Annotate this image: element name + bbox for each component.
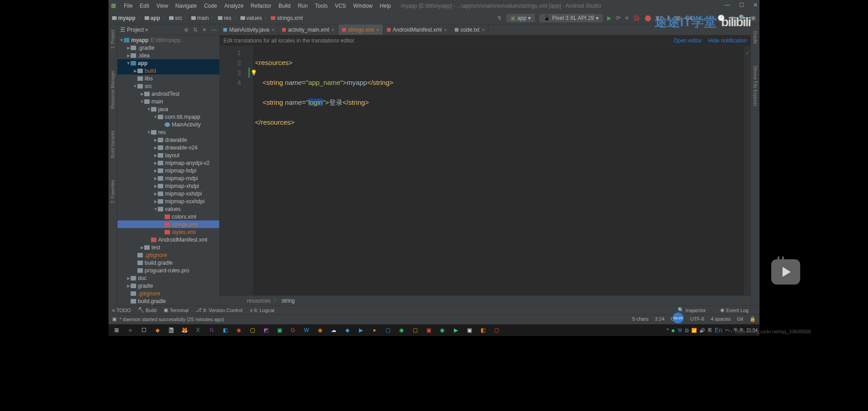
status-lock-icon[interactable]: 🔒 (750, 316, 756, 322)
tray-wifi-icon[interactable]: 📶 (691, 328, 697, 333)
app-icon[interactable]: 🦊 (178, 325, 191, 335)
tree-item[interactable]: ▼main (118, 98, 219, 105)
settings-icon[interactable]: ▣ (750, 14, 756, 21)
maximize-button[interactable]: ☐ (739, 2, 744, 8)
tree-item[interactable]: ▶layout (118, 151, 219, 159)
status-icon[interactable]: ▣ (112, 316, 117, 322)
tool-logcat[interactable]: ≡ 6: Logcat (250, 308, 274, 313)
menu-build[interactable]: Build (275, 3, 294, 9)
app-icon[interactable]: ▶ (354, 325, 367, 335)
stop-button[interactable]: ⬤ (645, 14, 651, 21)
close-tab-icon[interactable]: × (271, 27, 274, 33)
tree-item[interactable]: ▶build (118, 67, 219, 75)
debug-button[interactable]: ⟳ (616, 14, 621, 21)
tree-item[interactable]: ▶mipmap-hdpi (118, 167, 219, 174)
menu-help[interactable]: Help (376, 3, 395, 9)
tab-project[interactable]: 1: Project (110, 28, 115, 51)
tray-icon[interactable]: ◆ (671, 328, 675, 333)
menu-run[interactable]: Run (294, 3, 311, 9)
menu-code[interactable]: Code (200, 3, 221, 9)
app-icon[interactable]: ▢ (409, 325, 421, 335)
tab-build-variants[interactable]: Build Variants (110, 129, 115, 160)
app-icon[interactable]: ◆ (151, 325, 164, 335)
editor-tab[interactable]: MainActivity.java× (220, 24, 278, 35)
app-icon[interactable]: W (300, 325, 313, 335)
menu-window[interactable]: Window (349, 3, 376, 9)
menu-view[interactable]: View (153, 3, 172, 9)
locate-icon[interactable]: ⊕ (184, 27, 189, 33)
app-icon[interactable]: ◉ (314, 325, 326, 335)
app-icon[interactable]: ▣ (463, 325, 476, 335)
tree-item[interactable]: ▶test (118, 243, 219, 251)
tool-inspector[interactable]: 🔍 Inspector (678, 307, 706, 313)
app-icon[interactable]: ▣ (422, 325, 435, 335)
device-selector[interactable]: 📱Pixel 3 XL API 29 ▾ (539, 14, 602, 22)
menu-navigate[interactable]: Navigate (172, 3, 200, 9)
tree-item[interactable]: ▼java (118, 105, 219, 113)
editor-tab[interactable]: activity_main.xml× (278, 24, 339, 35)
tree-item[interactable]: styles.xml (118, 228, 219, 236)
tree-item[interactable]: AndroidManifest.xml (118, 236, 219, 243)
open-editor-link[interactable]: Open editor (674, 37, 702, 44)
close-tab-icon[interactable]: × (444, 27, 447, 33)
tree-item[interactable]: ▶.gradle (118, 44, 219, 51)
app-icon[interactable]: ☁ (327, 325, 340, 335)
tool-eventlog[interactable]: ◉ Event Log (720, 307, 749, 313)
tool-todo[interactable]: ≡ TODO (112, 308, 131, 313)
tree-item[interactable]: ▶androidTest (118, 90, 219, 98)
tree-item[interactable]: ▶mipmap-xxhdpi (118, 190, 219, 197)
project-tree[interactable]: ▼ myapp E:\ttit\myapp ▶.gradle▶.idea▼app… (118, 35, 219, 305)
app-icon[interactable]: 📓 (165, 325, 177, 335)
tray-ime-indicator[interactable]: En (715, 327, 722, 334)
tab-device-explorer[interactable]: Device File Explorer (753, 64, 758, 108)
minimize-button[interactable]: — (725, 2, 730, 8)
tree-item[interactable]: ▶mipmap-mdpi (118, 174, 219, 182)
tree-item[interactable]: MainActivity (118, 121, 219, 128)
tray-volume-icon[interactable]: 🔊 (699, 328, 705, 333)
start-button[interactable]: ⊞ (110, 325, 123, 335)
app-icon[interactable]: ▢ (246, 325, 259, 335)
tab-favorites[interactable]: 2: Favorites (110, 178, 115, 205)
app-icon[interactable]: ● (368, 325, 381, 335)
video-play-button[interactable] (771, 259, 800, 285)
close-tab-icon[interactable]: × (376, 27, 379, 33)
breadcrumb[interactable]: myapp〉 app〉 src〉 main〉 res〉 values〉 stri… (112, 14, 303, 22)
tree-item[interactable]: ▶gradle (118, 282, 219, 290)
app-icon[interactable]: G (287, 325, 299, 335)
tray-icon[interactable]: W (678, 328, 682, 333)
tray-ime[interactable]: 英 (708, 327, 712, 333)
tab-gradle[interactable]: Gradle (753, 29, 758, 46)
tree-item[interactable]: ▶drawable-v24 (118, 144, 219, 151)
app-icon[interactable]: ◉ (436, 325, 448, 335)
status-git[interactable]: Git (737, 316, 743, 322)
taskview-icon[interactable]: ☐ (137, 325, 150, 335)
close-tab-icon[interactable]: × (482, 27, 485, 33)
tree-item[interactable]: .gitignore (118, 251, 219, 259)
tool-terminal[interactable]: ▣ Terminal (164, 307, 189, 313)
tool-build[interactable]: 🔨 Build (138, 307, 156, 313)
sync-icon[interactable]: ↯ (497, 14, 502, 21)
tree-item[interactable]: gradle.properties (118, 305, 219, 305)
settings-icon[interactable]: ✶ (202, 27, 207, 33)
close-button[interactable]: ✕ (753, 2, 758, 8)
app-icon[interactable]: ▣ (273, 325, 286, 335)
app-icon[interactable]: ▶ (449, 325, 462, 335)
tree-item[interactable]: libs (118, 75, 219, 82)
bulb-icon[interactable]: 💡 (250, 68, 257, 78)
tree-item[interactable]: .gitignore (118, 290, 219, 297)
tree-item[interactable]: ▶mipmap-xhdpi (118, 182, 219, 190)
status-indent[interactable]: 4 spaces (711, 316, 731, 322)
menu-vcs[interactable]: VCS (331, 3, 350, 9)
tree-item[interactable]: ▶mipmap-xxxhdpi (118, 197, 219, 205)
app-icon[interactable]: X (192, 325, 204, 335)
expand-icon[interactable]: ⇅ (193, 27, 198, 33)
hide-notification-link[interactable]: Hide notification (708, 37, 747, 44)
app-icon[interactable]: ◧ (219, 325, 231, 335)
app-icon[interactable]: ◧ (476, 325, 489, 335)
cortana-icon[interactable]: ○ (124, 325, 137, 335)
tree-item[interactable]: ▼com.ttit.myapp (118, 113, 219, 121)
app-icon[interactable]: ▢ (382, 325, 394, 335)
editor-tab[interactable]: code.txt× (451, 24, 489, 35)
tree-item[interactable]: ▶mipmap-anydpi-v2 (118, 159, 219, 167)
tree-item[interactable]: strings.xml (118, 220, 219, 228)
